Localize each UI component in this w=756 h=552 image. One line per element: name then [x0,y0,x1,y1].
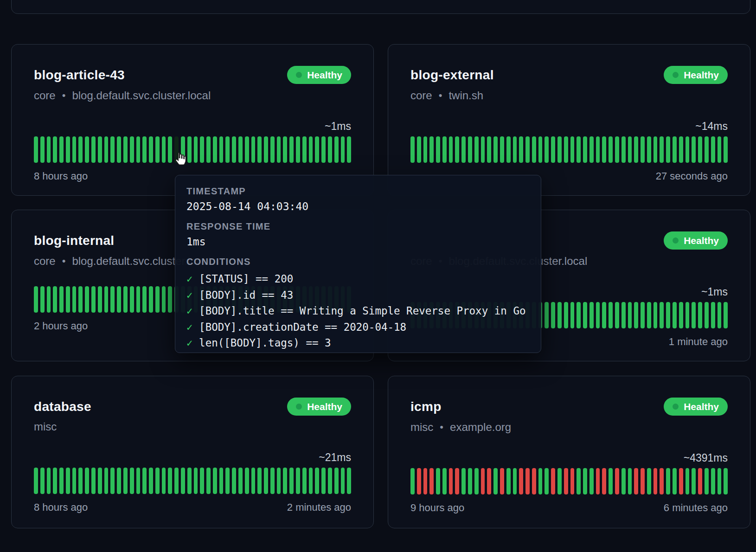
uptime-bar[interactable] [532,136,536,163]
uptime-bar[interactable] [149,468,153,494]
uptime-bar[interactable] [679,302,683,328]
uptime-bar[interactable] [309,136,313,163]
uptime-bar[interactable] [660,468,664,494]
uptime-bar[interactable] [302,468,307,494]
uptime-bar[interactable] [641,468,645,494]
uptime-bar[interactable] [315,468,319,494]
uptime-bar[interactable] [200,468,204,494]
uptime-bar[interactable] [85,136,89,163]
uptime-bar[interactable] [487,136,491,163]
uptime-bar[interactable] [589,136,594,163]
uptime-bar[interactable] [557,302,562,328]
uptime-bar[interactable] [257,468,262,494]
uptime-bar[interactable] [596,136,600,163]
uptime-bar[interactable] [194,468,198,494]
uptime-bar[interactable] [194,136,198,163]
uptime-bar[interactable] [525,468,530,494]
uptime-bar[interactable] [461,468,466,494]
uptime-bar[interactable] [53,286,57,313]
uptime-bar[interactable] [334,136,339,163]
uptime-bar[interactable] [187,468,192,494]
uptime-bar[interactable] [653,136,658,163]
uptime-bar[interactable] [481,468,485,494]
uptime-bar[interactable] [155,468,160,494]
uptime-bar[interactable] [551,302,555,328]
uptime-bar[interactable] [155,136,160,163]
uptime-bar[interactable] [219,136,224,163]
uptime-bar[interactable] [168,286,172,313]
uptime-bar[interactable] [142,468,147,494]
uptime-bar[interactable] [545,468,549,494]
uptime-bar[interactable] [634,302,638,328]
uptime-bar[interactable] [564,302,568,328]
uptime-bar[interactable] [117,136,121,163]
uptime-bar[interactable] [130,286,134,313]
uptime-bar[interactable] [673,136,677,163]
uptime-bar[interactable] [85,286,89,313]
uptime-bar[interactable] [423,468,428,494]
uptime-bar[interactable] [213,136,217,163]
uptime-bar[interactable] [500,468,504,494]
uptime-bar[interactable] [289,136,294,163]
uptime-bar[interactable] [724,302,728,328]
uptime-bar[interactable] [724,468,728,494]
uptime-bar[interactable] [686,468,690,494]
uptime-bar[interactable] [264,468,268,494]
card-partial-top[interactable] [11,0,750,14]
uptime-bar[interactable] [525,136,530,163]
uptime-bar[interactable] [711,136,715,163]
uptime-bar[interactable] [123,468,128,494]
uptime-bar[interactable] [136,468,141,494]
uptime-bar[interactable] [417,468,421,494]
uptime-bar[interactable] [666,136,670,163]
uptime-bar[interactable] [149,286,153,313]
uptime-bar[interactable] [538,468,543,494]
uptime-bar[interactable] [168,136,172,163]
uptime-bar[interactable] [596,302,600,328]
uptime-bar[interactable] [564,468,568,494]
uptime-bar[interactable] [123,136,128,163]
uptime-bar[interactable] [506,468,511,494]
uptime-bar[interactable] [104,136,109,163]
uptime-bar[interactable] [506,136,511,163]
uptime-bar[interactable] [634,136,638,163]
uptime-bar[interactable] [181,468,185,494]
uptime-bar[interactable] [238,468,243,494]
uptime-bar[interactable] [162,136,166,163]
uptime-bar[interactable] [283,136,287,163]
uptime-bar[interactable] [628,136,632,163]
uptime-bar[interactable] [117,286,121,313]
uptime-bar[interactable] [589,302,594,328]
uptime-bar[interactable] [328,468,332,494]
uptime-bar[interactable] [257,136,262,163]
uptime-bar[interactable] [66,468,70,494]
uptime-bar[interactable] [455,136,459,163]
endpoint-card[interactable]: blog-external Healthy core twin.sh ~14ms… [388,44,750,196]
uptime-bar[interactable] [621,136,626,163]
uptime-bar[interactable] [270,468,275,494]
uptime-bar[interactable] [53,468,57,494]
uptime-bar[interactable] [711,468,715,494]
uptime-bar[interactable] [615,302,619,328]
uptime-bar[interactable] [40,136,45,163]
uptime-bar[interactable] [442,468,447,494]
uptime-bar[interactable] [493,136,498,163]
uptime-bar[interactable] [468,468,472,494]
uptime-bar[interactable] [609,136,613,163]
uptime-bar[interactable] [225,468,230,494]
uptime-bar[interactable] [718,136,722,163]
uptime-bar[interactable] [91,286,96,313]
uptime-bar[interactable] [251,468,256,494]
uptime-bar[interactable] [436,468,440,494]
uptime-bar[interactable] [341,136,345,163]
uptime-bar[interactable] [334,468,339,494]
uptime-bar[interactable] [200,136,204,163]
uptime-bar[interactable] [53,136,57,163]
uptime-bar[interactable] [47,468,51,494]
uptime-bar[interactable] [615,468,619,494]
uptime-bar[interactable] [168,468,172,494]
uptime-bar[interactable] [142,286,147,313]
uptime-bar[interactable] [666,468,670,494]
uptime-bar[interactable] [705,136,709,163]
uptime-bar[interactable] [647,302,651,328]
